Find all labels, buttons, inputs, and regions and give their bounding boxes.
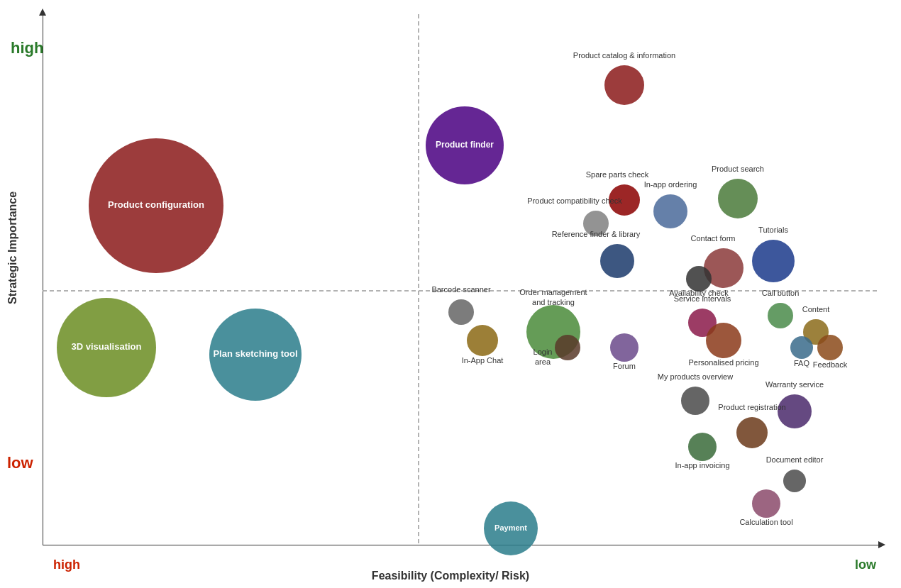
- bubble-label-call-button: Call button: [762, 289, 800, 297]
- bubble-in-app-invoicing[interactable]: [688, 433, 717, 461]
- bubble-label-forum: Forum: [613, 362, 636, 370]
- bubble-label-tutorials: Tutorials: [758, 226, 788, 234]
- bubble-feedback[interactable]: [817, 335, 843, 360]
- bubble-label-product-registration: Product registration: [718, 403, 785, 411]
- bubble-reference-finder[interactable]: [600, 244, 634, 278]
- bubble-label-order-management: Order managementand tracking: [519, 288, 587, 306]
- bubble-barcode-scanner[interactable]: [448, 299, 474, 325]
- bubble-personalised-pricing[interactable]: [706, 323, 741, 358]
- bubble-in-app-ordering[interactable]: [653, 194, 687, 228]
- bubble-label-calculation-tool: Calculation tool: [739, 518, 792, 526]
- bubble-tutorials[interactable]: [752, 240, 795, 282]
- bubble-label-plan-sketching-tool: Plan sketching tool: [213, 348, 297, 359]
- bubble-forum[interactable]: [610, 333, 639, 362]
- bubble-availability-check[interactable]: [686, 266, 712, 292]
- bubble-label-in-app-chat: In-App Chat: [462, 356, 504, 365]
- bubble-label-service-intervals: Service intervals: [674, 294, 731, 303]
- bubble-in-app-chat[interactable]: [467, 325, 498, 356]
- bubble-label-feedback: Feedback: [813, 360, 848, 369]
- bubble-label-warranty-service: Warranty service: [765, 380, 824, 389]
- bubble-label-product-configuration: Product configuration: [108, 199, 204, 210]
- bubble-label-product-catalog: Product catalog & information: [573, 51, 675, 60]
- bubble-label-product-compatibility-check: Product compatibility check: [527, 196, 622, 205]
- bubble-label-faq: FAQ: [794, 359, 809, 367]
- bubble-call-button[interactable]: [768, 303, 793, 328]
- bubble-warranty-service[interactable]: [778, 394, 812, 428]
- bubble-label-document-editor: Document editor: [766, 455, 824, 464]
- bubble-label-my-products-overview: My products overview: [658, 372, 733, 381]
- bubble-product-search[interactable]: [718, 179, 758, 218]
- bubble-label-product-finder: Product finder: [436, 140, 494, 150]
- chart-svg: Product configuration3D visualisationPla…: [0, 0, 901, 588]
- bubble-login-area[interactable]: [555, 335, 580, 360]
- bubble-label-3d-visualisation: 3D visualisation: [72, 341, 142, 352]
- bubble-label-content: Content: [802, 305, 830, 314]
- bubble-label-personalised-pricing: Personalised pricing: [688, 358, 758, 367]
- bubble-my-products-overview[interactable]: [681, 387, 709, 415]
- bubble-product-registration[interactable]: [736, 417, 768, 448]
- bubble-faq[interactable]: [790, 336, 813, 359]
- bubble-label-reference-finder: Reference finder & library: [552, 230, 641, 238]
- bubble-label-payment: Payment: [494, 523, 527, 532]
- bubble-document-editor[interactable]: [783, 470, 806, 492]
- bubble-label-product-search: Product search: [712, 165, 764, 173]
- bubble-label-in-app-invoicing: In-app invoicing: [675, 461, 729, 470]
- bubble-label-barcode-scanner: Barcode scanner: [431, 285, 490, 294]
- bubble-chart: Strategic Importance Feasibility (Comple…: [0, 0, 901, 588]
- bubble-label-contact-form: Contact form: [691, 234, 736, 243]
- bubble-product-catalog[interactable]: [604, 65, 644, 105]
- bubble-calculation-tool[interactable]: [752, 489, 780, 518]
- bubble-label-spare-parts-check: Spare parts check: [586, 170, 649, 179]
- bubble-label-in-app-ordering: In-app ordering: [644, 180, 697, 189]
